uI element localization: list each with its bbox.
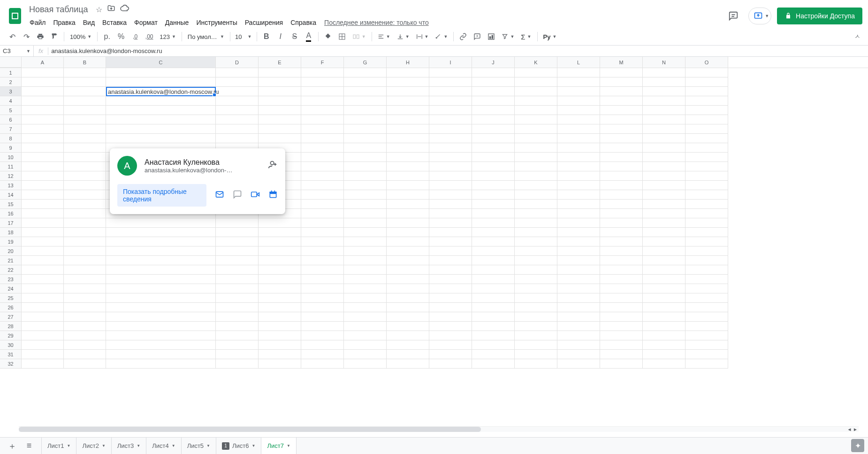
row-header-1[interactable]: 1: [0, 68, 22, 77]
cell-L5[interactable]: [557, 106, 600, 115]
cell-H10[interactable]: [387, 153, 429, 162]
cell-F25[interactable]: [301, 293, 344, 303]
cell-L18[interactable]: [557, 228, 600, 237]
cell-D22[interactable]: [216, 265, 259, 275]
cell-J7[interactable]: [472, 124, 515, 134]
star-icon[interactable]: ☆: [96, 5, 102, 14]
cell-H27[interactable]: [387, 312, 429, 322]
cell-N27[interactable]: [643, 312, 685, 322]
cell-A23[interactable]: [22, 275, 64, 284]
col-header-F[interactable]: F: [301, 57, 344, 68]
cell-B22[interactable]: [64, 265, 106, 275]
col-header-H[interactable]: H: [387, 57, 429, 68]
cell-D1[interactable]: [216, 68, 259, 77]
cell-F24[interactable]: [301, 284, 344, 293]
cell-E17[interactable]: [259, 218, 301, 228]
cell-F26[interactable]: [301, 303, 344, 312]
cell-O7[interactable]: [685, 124, 728, 134]
cell-E25[interactable]: [259, 293, 301, 303]
cell-M20[interactable]: [600, 246, 643, 256]
cell-D18[interactable]: [216, 228, 259, 237]
link-icon[interactable]: [457, 30, 470, 43]
cell-N25[interactable]: [643, 293, 685, 303]
row-header-27[interactable]: 27: [0, 312, 22, 322]
cell-E26[interactable]: [259, 303, 301, 312]
cell-M24[interactable]: [600, 284, 643, 293]
cell-H23[interactable]: [387, 275, 429, 284]
cell-B25[interactable]: [64, 293, 106, 303]
cell-C2[interactable]: [106, 77, 216, 87]
cell-B11[interactable]: [64, 162, 106, 171]
cell-H32[interactable]: [387, 359, 429, 369]
cell-B6[interactable]: [64, 115, 106, 124]
cell-A3[interactable]: [22, 87, 64, 96]
cell-N32[interactable]: [643, 359, 685, 369]
cell-L9[interactable]: [557, 143, 600, 153]
cell-N2[interactable]: [643, 77, 685, 87]
cell-H16[interactable]: [387, 209, 429, 218]
cell-J1[interactable]: [472, 68, 515, 77]
cell-F7[interactable]: [301, 124, 344, 134]
col-header-K[interactable]: K: [515, 57, 557, 68]
cell-I23[interactable]: [429, 275, 472, 284]
cell-M16[interactable]: [600, 209, 643, 218]
row-header-11[interactable]: 11: [0, 162, 22, 171]
cell-H22[interactable]: [387, 265, 429, 275]
cell-I1[interactable]: [429, 68, 472, 77]
cell-H6[interactable]: [387, 115, 429, 124]
cell-K7[interactable]: [515, 124, 557, 134]
cell-G14[interactable]: [344, 190, 387, 200]
cell-N19[interactable]: [643, 237, 685, 246]
row-header-26[interactable]: 26: [0, 303, 22, 312]
cell-H7[interactable]: [387, 124, 429, 134]
cell-C31[interactable]: [106, 350, 216, 359]
cell-G16[interactable]: [344, 209, 387, 218]
cell-M6[interactable]: [600, 115, 643, 124]
cell-K19[interactable]: [515, 237, 557, 246]
cell-L1[interactable]: [557, 68, 600, 77]
bold-icon[interactable]: B: [260, 30, 273, 43]
cell-C22[interactable]: [106, 265, 216, 275]
row-header-15[interactable]: 15: [0, 200, 22, 209]
cell-M2[interactable]: [600, 77, 643, 87]
cell-C28[interactable]: [106, 322, 216, 331]
cell-O31[interactable]: [685, 350, 728, 359]
cell-O21[interactable]: [685, 256, 728, 265]
cell-N28[interactable]: [643, 322, 685, 331]
cell-I10[interactable]: [429, 153, 472, 162]
cell-D30[interactable]: [216, 340, 259, 350]
cell-H18[interactable]: [387, 228, 429, 237]
cell-N18[interactable]: [643, 228, 685, 237]
cell-M25[interactable]: [600, 293, 643, 303]
cell-M31[interactable]: [600, 350, 643, 359]
cell-B7[interactable]: [64, 124, 106, 134]
cell-I15[interactable]: [429, 200, 472, 209]
cell-C8[interactable]: [106, 134, 216, 143]
cell-N16[interactable]: [643, 209, 685, 218]
cell-A12[interactable]: [22, 171, 64, 181]
cell-G12[interactable]: [344, 171, 387, 181]
cell-H15[interactable]: [387, 200, 429, 209]
cell-O1[interactable]: [685, 68, 728, 77]
cell-M27[interactable]: [600, 312, 643, 322]
cell-A19[interactable]: [22, 237, 64, 246]
cell-E32[interactable]: [259, 359, 301, 369]
cell-L22[interactable]: [557, 265, 600, 275]
cell-F23[interactable]: [301, 275, 344, 284]
row-header-14[interactable]: 14: [0, 190, 22, 200]
cell-F12[interactable]: [301, 171, 344, 181]
col-header-G[interactable]: G: [344, 57, 387, 68]
cell-O5[interactable]: [685, 106, 728, 115]
cell-O17[interactable]: [685, 218, 728, 228]
cell-O18[interactable]: [685, 228, 728, 237]
row-header-21[interactable]: 21: [0, 256, 22, 265]
cell-E31[interactable]: [259, 350, 301, 359]
cell-N20[interactable]: [643, 246, 685, 256]
video-call-icon[interactable]: [251, 190, 260, 201]
functions-icon[interactable]: Σ▼: [518, 31, 534, 43]
cell-L3[interactable]: [557, 87, 600, 96]
cell-M9[interactable]: [600, 143, 643, 153]
cell-G2[interactable]: [344, 77, 387, 87]
cell-J30[interactable]: [472, 340, 515, 350]
cell-I17[interactable]: [429, 218, 472, 228]
